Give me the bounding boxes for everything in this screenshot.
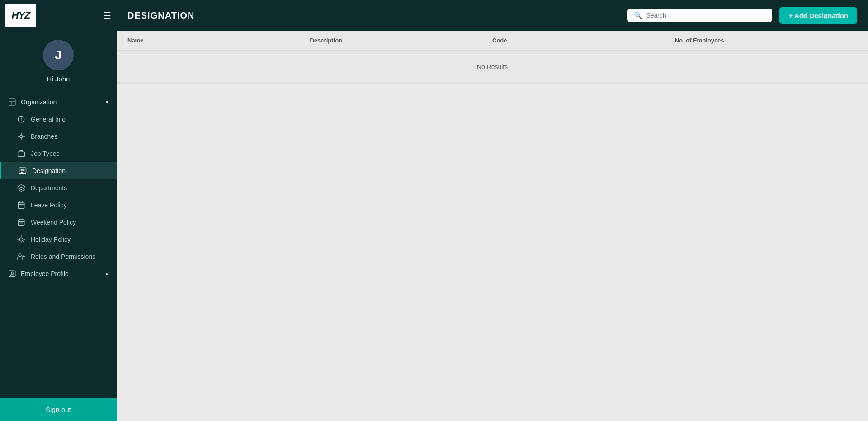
svg-line-30: [24, 242, 24, 242]
leave-policy-icon: [17, 201, 25, 209]
organization-icon: [8, 98, 16, 106]
sidebar-item-departments[interactable]: Departments: [0, 179, 117, 196]
sidebar-header: HYZ ☰: [0, 0, 117, 31]
svg-line-29: [19, 237, 19, 237]
chevron-down-icon: ▾: [106, 99, 108, 105]
branches-icon: [17, 132, 25, 140]
nav-section: Organization ▾ General Info Branches: [0, 90, 117, 398]
sidebar-item-branches[interactable]: Branches: [0, 128, 117, 145]
search-icon: 🔍: [634, 11, 642, 19]
sidebar-item-label: General Info: [31, 116, 66, 123]
svg-rect-11: [18, 152, 25, 157]
sidebar-item-employee-profile[interactable]: Employee Profile ▸: [0, 265, 117, 282]
table-body: No Results: [117, 51, 868, 84]
sign-out-button[interactable]: Sign-out: [0, 398, 117, 421]
svg-rect-17: [18, 202, 24, 209]
designation-table: Name Description Code No. of Employees N…: [117, 31, 868, 84]
sidebar-item-label: Weekend Policy: [31, 219, 76, 226]
column-code: Code: [492, 37, 675, 44]
svg-point-6: [20, 135, 23, 138]
search-input[interactable]: [646, 12, 766, 19]
sidebar-item-holiday-policy[interactable]: Holiday Policy: [0, 231, 117, 248]
no-results-row: No Results: [117, 51, 868, 84]
job-types-icon: [17, 150, 25, 158]
sidebar-item-label: Departments: [31, 184, 67, 192]
sidebar-item-label: Leave Policy: [31, 201, 66, 209]
svg-rect-36: [9, 271, 15, 277]
departments-icon: [17, 184, 25, 192]
general-info-icon: [17, 115, 25, 123]
sidebar-item-roles-permissions[interactable]: Roles and Permissions: [0, 248, 117, 265]
logo-text: HYZ: [12, 9, 30, 21]
designation-icon: [19, 167, 27, 175]
sign-out-label: Sign-out: [46, 406, 71, 413]
no-results-text: No Results: [477, 63, 508, 70]
roles-permissions-icon: [17, 253, 25, 261]
greeting: Hi John: [47, 75, 70, 83]
holiday-policy-icon: [17, 235, 25, 243]
logo: HYZ: [5, 4, 36, 27]
sidebar-item-job-types[interactable]: Job Types: [0, 145, 117, 162]
sidebar-item-weekend-policy[interactable]: Weekend Policy: [0, 214, 117, 231]
main-area: DESIGNATION 🔍 + Add Designation Name Des…: [117, 0, 868, 421]
nav-group-organization[interactable]: Organization ▾: [0, 94, 117, 111]
employee-profile-icon: [8, 270, 16, 278]
avatar: J: [43, 40, 74, 70]
sidebar-item-label: Branches: [31, 133, 57, 140]
sidebar-item-label: Designation: [32, 167, 66, 174]
weekend-policy-icon: [17, 218, 25, 226]
add-designation-button[interactable]: + Add Designation: [779, 7, 857, 24]
table-header: Name Description Code No. of Employees: [117, 31, 868, 51]
sidebar-item-label: Roles and Permissions: [31, 253, 95, 260]
svg-point-37: [11, 272, 14, 274]
topbar: DESIGNATION 🔍 + Add Designation: [117, 0, 868, 31]
svg-rect-21: [18, 220, 24, 226]
column-name: Name: [127, 37, 310, 44]
user-section: J Hi John: [0, 31, 117, 90]
sidebar-item-designation[interactable]: Designation: [0, 162, 117, 179]
column-employees: No. of Employees: [675, 37, 858, 44]
sidebar-item-general-info[interactable]: General Info: [0, 111, 117, 128]
chevron-right-icon: ▸: [106, 271, 108, 277]
sidebar-item-leave-policy[interactable]: Leave Policy: [0, 196, 117, 214]
svg-point-26: [19, 238, 23, 241]
svg-marker-16: [18, 185, 25, 188]
svg-rect-0: [9, 99, 15, 105]
employee-profile-label: Employee Profile: [21, 270, 69, 277]
sidebar: HYZ ☰ J Hi John Organization ▾: [0, 0, 117, 421]
hamburger-icon[interactable]: ☰: [103, 10, 111, 21]
sidebar-item-label: Job Types: [31, 150, 60, 157]
organization-label: Organization: [21, 98, 57, 106]
content-area: Name Description Code No. of Employees N…: [117, 31, 868, 421]
search-wrapper: 🔍: [627, 9, 772, 22]
column-description: Description: [310, 37, 493, 44]
page-title: DESIGNATION: [127, 10, 194, 21]
sidebar-item-label: Holiday Policy: [31, 236, 71, 243]
